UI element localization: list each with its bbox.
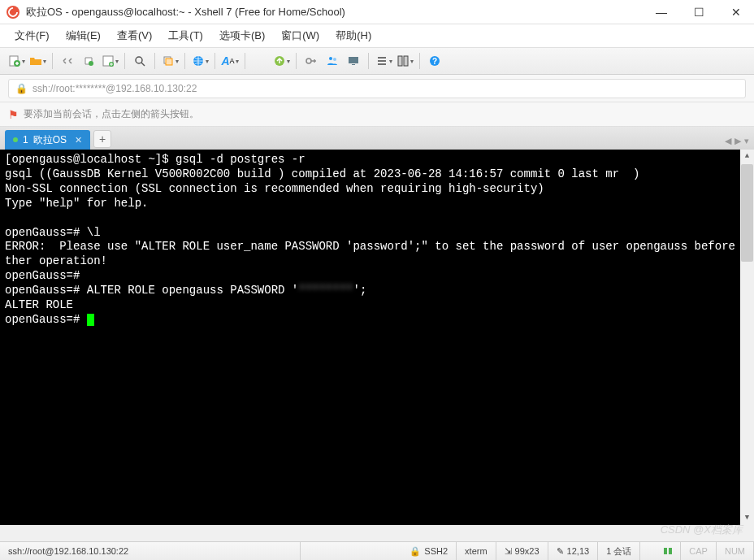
svg-point-5 [136, 57, 142, 63]
separator [154, 53, 155, 69]
tab-next-icon[interactable]: ▶ [734, 136, 741, 146]
menu-file[interactable]: 文件(F) [8, 25, 56, 46]
separator [214, 53, 215, 69]
terminal-scrollbar[interactable]: ▲ ▼ [740, 150, 754, 525]
scroll-down-icon[interactable]: ▼ [740, 511, 754, 525]
toolbar: ▾ ▾ ▾ ▾ ▾ AA▾ ▾ ▾ ▾ ? [0, 47, 754, 75]
xshell-icon[interactable] [250, 51, 270, 71]
separator [368, 53, 369, 69]
scroll-up-icon[interactable]: ▲ [740, 150, 754, 163]
layout-button[interactable]: ▾ [395, 51, 414, 71]
status-cap: CAP [681, 542, 717, 560]
menu-window[interactable]: 窗口(W) [275, 25, 326, 46]
terminal[interactable]: [opengauss@localhost ~]$ gsql -d postgre… [0, 150, 754, 525]
hint-bar: ⚑ 要添加当前会话，点击左侧的箭头按钮。 [0, 102, 754, 127]
disconnect-button[interactable] [58, 51, 77, 71]
menu-view[interactable]: 查看(V) [110, 25, 158, 46]
cursor-icon [87, 314, 94, 326]
menu-edit[interactable]: 编辑(E) [59, 25, 107, 46]
reconnect-button[interactable] [79, 51, 98, 71]
svg-rect-7 [166, 59, 172, 65]
menubar: 文件(F) 编辑(E) 查看(V) 工具(T) 选项卡(B) 窗口(W) 帮助(… [0, 24, 754, 47]
tab-label: 欧拉OS [33, 133, 67, 147]
svg-rect-14 [352, 64, 355, 65]
titlebar: 欧拉OS - opengauss@localhost:~ - Xshell 7 … [0, 0, 754, 24]
svg-point-12 [333, 58, 336, 61]
tab-prev-icon[interactable]: ◀ [725, 136, 731, 146]
separator [419, 53, 420, 69]
terminal-line: gsql ((GaussDB Kernel V500R002C00 build … [5, 167, 639, 180]
close-button[interactable]: ✕ [725, 4, 748, 20]
window-title: 欧拉OS - opengauss@localhost:~ - Xshell 7 … [26, 5, 650, 20]
tab-add-button[interactable]: + [93, 130, 111, 148]
terminal-line: openGauss=# ALTER ROLE opengauss PASSWOR… [5, 284, 366, 297]
xftp-button[interactable]: ▾ [271, 51, 291, 71]
find-button[interactable] [130, 51, 150, 71]
tab-nav: ◀ ▶ ▾ [725, 136, 749, 146]
menu-tools[interactable]: 工具(T) [162, 25, 210, 46]
separator [184, 53, 185, 69]
tab-close-icon[interactable]: ✕ [75, 135, 82, 145]
window-controls: — ☐ ✕ [650, 4, 748, 20]
scroll-thumb[interactable] [741, 164, 753, 262]
flag-icon: ⚑ [8, 108, 19, 121]
menu-help[interactable]: 帮助(H) [329, 25, 378, 46]
tab-active[interactable]: 1 欧拉OS ✕ [5, 130, 90, 150]
address-input[interactable]: 🔒 ssh://root:********@192.168.10.130:22 [8, 79, 746, 98]
hint-text: 要添加当前会话，点击左侧的箭头按钮。 [24, 107, 199, 121]
users-button[interactable] [323, 51, 342, 71]
separator [52, 53, 53, 69]
terminal-line: Type "help" for help. [5, 197, 148, 210]
new-session-button[interactable]: ▾ [6, 51, 26, 71]
help-button[interactable]: ? [425, 51, 444, 71]
svg-point-10 [306, 59, 311, 63]
properties-button[interactable]: ▾ [100, 51, 119, 71]
menu-tab[interactable]: 选项卡(B) [213, 25, 271, 46]
svg-rect-15 [398, 56, 402, 66]
separator [245, 53, 245, 69]
terminal-line: ALTER ROLE [5, 298, 73, 311]
globe-button[interactable]: ▾ [190, 51, 210, 71]
key-button[interactable] [301, 51, 321, 71]
tab-index: 1 [23, 134, 28, 145]
maximize-button[interactable]: ☐ [687, 4, 710, 20]
terminal-line: [opengauss@localhost ~]$ gsql -d postgre… [5, 153, 306, 166]
font-button[interactable]: AA▾ [220, 51, 240, 71]
svg-text:?: ? [432, 57, 437, 66]
open-button[interactable]: ▾ [28, 51, 47, 71]
terminal-line: openGauss=# [5, 269, 80, 282]
terminal-line: ERROR: Please use "ALTER ROLE user_name … [5, 240, 749, 267]
lock-icon: 🔒 [410, 546, 421, 557]
status-protocol: 🔒SSH2 [401, 542, 457, 560]
address-bar: 🔒 ssh://root:********@192.168.10.130:22 [0, 75, 754, 102]
svg-rect-13 [349, 57, 358, 63]
lock-icon: 🔒 [15, 83, 28, 94]
separator [124, 53, 125, 69]
status-dot-icon [13, 137, 18, 142]
status-term: xterm [457, 542, 496, 560]
masked-password: ******** [298, 284, 353, 297]
status-size: ⇲ 99x23 [496, 542, 548, 560]
tab-bar: 1 欧拉OS ✕ + ◀ ▶ ▾ [0, 127, 754, 150]
status-connection: ssh://root@192.168.10.130:22 [0, 542, 301, 560]
terminal-line: openGauss=# [5, 313, 87, 326]
address-text: ssh://root:********@192.168.10.130:22 [32, 83, 197, 94]
terminal-line: openGauss=# \l [5, 226, 101, 239]
separator [296, 53, 297, 69]
minimize-button[interactable]: — [650, 4, 673, 20]
app-icon [6, 6, 20, 19]
list-button[interactable]: ▾ [374, 51, 393, 71]
screen-button[interactable] [344, 51, 363, 71]
tab-menu-icon[interactable]: ▾ [744, 136, 749, 146]
status-pos: ✎ 12,13 [548, 542, 599, 560]
status-num: NUM [717, 542, 754, 560]
copy-button[interactable]: ▾ [160, 51, 180, 71]
svg-point-2 [89, 61, 93, 66]
svg-rect-16 [404, 56, 408, 66]
svg-point-11 [329, 57, 332, 60]
terminal-line: Non-SSL connection (SSL connection is re… [5, 182, 544, 195]
status-sessions: 1 会话 [598, 542, 640, 560]
status-bar: ssh://root@192.168.10.130:22 🔒SSH2 xterm… [0, 541, 754, 560]
